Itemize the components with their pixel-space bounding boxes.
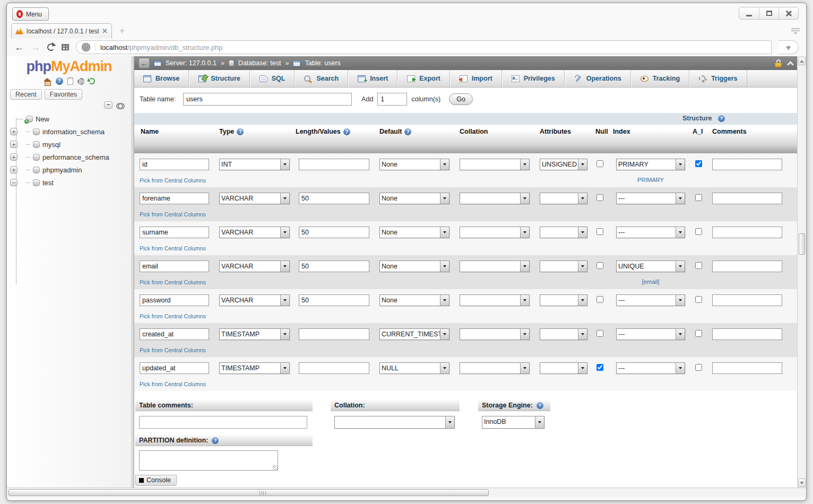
column-name-input[interactable] <box>140 227 209 238</box>
default-select[interactable]: None <box>379 159 449 170</box>
comments-input[interactable] <box>712 328 782 340</box>
storage-engine-select[interactable]: InnoDB <box>482 416 544 429</box>
bookmark-heart-button[interactable]: ♥ <box>779 40 799 54</box>
breadcrumb-table[interactable]: Table: users <box>305 59 340 67</box>
null-checkbox[interactable] <box>596 262 603 269</box>
forward-button[interactable]: → <box>31 42 40 52</box>
type-select[interactable]: TIMESTAMP <box>219 362 290 374</box>
attributes-select[interactable]: UNSIGNED <box>540 159 587 170</box>
ai-checkbox[interactable] <box>695 330 702 337</box>
textarea-resize-handle[interactable] <box>273 465 278 470</box>
help-icon[interactable]: ? <box>56 77 63 85</box>
storage-engine-help-icon[interactable]: ? <box>537 402 543 409</box>
type-select[interactable]: VARCHAR <box>219 193 290 204</box>
pick-central-columns-link[interactable]: Pick from Central Columns <box>140 347 206 353</box>
pick-central-columns-link[interactable]: Pick from Central Columns <box>140 245 206 251</box>
tab-list-button[interactable] <box>791 28 800 34</box>
index-select[interactable]: PRIMARY <box>616 159 685 170</box>
index-select[interactable]: --- <box>616 362 685 374</box>
attributes-select[interactable] <box>540 294 587 306</box>
collation-select[interactable] <box>460 362 530 374</box>
pick-central-columns-link[interactable]: Pick from Central Columns <box>140 313 206 319</box>
sidebar-item-mysql[interactable]: +mysql <box>10 138 129 151</box>
pma-tab-operations[interactable]: Operations <box>565 70 631 87</box>
expand-icon[interactable]: + <box>10 128 18 135</box>
browser-menu-button[interactable]: Menu <box>12 7 49 21</box>
console-toggle[interactable]: Console <box>135 475 177 486</box>
null-checkbox[interactable] <box>596 194 603 201</box>
null-checkbox[interactable] <box>596 330 603 337</box>
table-name-input[interactable] <box>183 93 352 106</box>
ai-checkbox[interactable] <box>695 262 702 269</box>
home-icon[interactable] <box>44 78 51 85</box>
type-select[interactable]: VARCHAR <box>219 260 290 272</box>
length-input[interactable] <box>299 159 369 170</box>
length-input[interactable] <box>299 362 369 374</box>
index-select[interactable]: --- <box>616 328 685 340</box>
vertical-scrollbar-thumb[interactable] <box>799 233 805 255</box>
url-bar[interactable]: localhost/phpmyadmin/db_structure.php <box>76 40 772 54</box>
expand-icon[interactable]: + <box>10 141 18 148</box>
collation-select[interactable] <box>460 294 530 306</box>
column-name-input[interactable] <box>140 294 209 306</box>
type-select[interactable]: INT <box>219 159 290 170</box>
attributes-select[interactable] <box>540 260 587 272</box>
ai-checkbox[interactable] <box>695 296 702 303</box>
partition-help-icon[interactable]: ? <box>212 437 219 444</box>
sidebar-item-phpmyadmin[interactable]: +phpmyadmin <box>10 163 129 176</box>
back-button[interactable]: ← <box>14 42 24 52</box>
index-select[interactable]: --- <box>616 193 685 204</box>
pma-tab-triggers[interactable]: Triggers <box>689 70 747 87</box>
refresh-icon[interactable] <box>89 78 95 84</box>
comments-input[interactable] <box>712 294 782 306</box>
table-comments-input[interactable] <box>139 416 307 429</box>
scroll-up-button[interactable] <box>798 57 806 65</box>
column-name-input[interactable] <box>140 260 209 272</box>
comments-input[interactable] <box>712 193 782 204</box>
attributes-select[interactable] <box>540 328 587 340</box>
index-select[interactable]: --- <box>616 227 685 238</box>
maximize-button[interactable] <box>759 7 779 19</box>
scroll-down-button[interactable] <box>798 479 806 487</box>
pick-central-columns-link[interactable]: Pick from Central Columns <box>140 211 206 218</box>
length-input[interactable] <box>299 227 369 238</box>
attributes-select[interactable] <box>540 362 587 374</box>
help-icon[interactable]: ? <box>404 128 411 135</box>
ai-checkbox[interactable] <box>695 194 702 201</box>
tab-close-icon[interactable]: ✕ <box>102 27 108 35</box>
null-checkbox[interactable] <box>596 296 603 303</box>
horizontal-scrollbar-thumb[interactable] <box>8 489 489 496</box>
index-link[interactable]: PRIMARY <box>616 177 685 183</box>
collapse-all-button[interactable]: − <box>104 101 113 109</box>
attributes-select[interactable] <box>540 193 587 204</box>
collation-select[interactable] <box>460 193 530 204</box>
default-select[interactable]: None <box>379 193 449 204</box>
expand-icon[interactable]: + <box>10 166 18 173</box>
favorites-button[interactable]: Favorites <box>45 89 82 100</box>
column-name-input[interactable] <box>140 159 209 170</box>
close-button[interactable] <box>779 7 798 19</box>
pma-tab-search[interactable]: Search <box>295 70 348 87</box>
collation-select[interactable] <box>460 260 530 272</box>
length-input[interactable] <box>299 260 369 272</box>
column-name-input[interactable] <box>140 193 209 204</box>
breadcrumb-back-button[interactable]: ← <box>139 58 150 68</box>
sidebar-item-new[interactable]: +New <box>10 112 129 125</box>
index-link[interactable]: [email] <box>616 279 685 285</box>
comments-input[interactable] <box>712 362 782 374</box>
pick-central-columns-link[interactable]: Pick from Central Columns <box>140 381 206 387</box>
sidebar-item-performance_schema[interactable]: +performance_schema <box>10 151 129 163</box>
comments-input[interactable] <box>712 260 782 272</box>
help-icon[interactable]: ? <box>237 128 244 135</box>
column-name-input[interactable] <box>140 362 209 374</box>
length-input[interactable] <box>299 294 369 306</box>
default-select[interactable]: None <box>379 227 449 238</box>
collapse-icon[interactable]: − <box>10 179 18 186</box>
pma-tab-privileges[interactable]: Privileges <box>502 70 565 87</box>
horizontal-scrollbar[interactable] <box>7 488 806 497</box>
settings-gear-icon[interactable] <box>77 78 84 85</box>
column-name-input[interactable] <box>140 328 209 340</box>
comments-input[interactable] <box>712 227 782 238</box>
structure-help-icon[interactable]: ? <box>718 115 725 122</box>
expand-icon[interactable]: + <box>10 153 18 161</box>
